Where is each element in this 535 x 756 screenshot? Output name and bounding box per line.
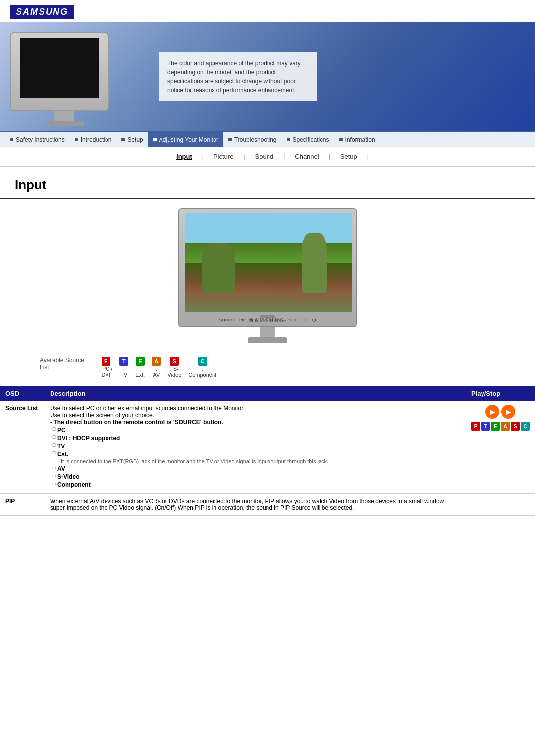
play-stop-pip xyxy=(466,494,535,516)
source-c-line1: : xyxy=(202,366,203,372)
page-title: Input xyxy=(0,167,535,199)
source-pc: ☐PC xyxy=(52,427,461,434)
sub-nav: Input | Picture | Sound | Channel | Setu… xyxy=(0,147,535,167)
monitor-outer xyxy=(10,32,109,111)
screen-garden-image xyxy=(185,213,352,312)
pteasc-t: T xyxy=(481,422,490,431)
ctrl-vol-plus[interactable]: + xyxy=(300,318,303,322)
play-btn-2[interactable]: ▶ xyxy=(501,405,515,419)
tab-dot xyxy=(339,138,343,141)
ctrl-vol-label: VOL xyxy=(289,318,297,322)
source-e-line1: : xyxy=(139,366,141,372)
source-items: ☐PC ☐DVI : HDCP supported ☐TV ☐Ext. It i… xyxy=(50,427,461,488)
tab-information[interactable]: Information xyxy=(334,132,380,147)
pteasc-e: E xyxy=(491,422,500,431)
source-icons: P : PC / DVI T : TV E : Ext. A : AV S : … xyxy=(99,357,216,378)
sub-nav-sound[interactable]: Sound xyxy=(245,153,284,160)
ctrl-input-btn[interactable]: ⊞ xyxy=(305,318,309,322)
ext-note: It is connected to the EXT(RGB) jack of … xyxy=(52,458,461,464)
pteasc-s: S xyxy=(511,422,520,431)
monitor-display-screen xyxy=(185,213,352,312)
source-t-line1: : xyxy=(123,366,125,372)
source-c-icon: C xyxy=(198,357,207,366)
source-t-line2: TV xyxy=(120,372,127,378)
source-component: ☐Component xyxy=(52,481,461,488)
monitor-display-base xyxy=(248,337,287,343)
monitor-stand xyxy=(54,111,74,121)
source-tv: ☐TV xyxy=(52,443,461,450)
monitor-body: SAMSUNG SOURCE PIP MENU ∧ CH ∨ – VOL + ⊞… xyxy=(178,208,357,327)
play-stop-source: ▶ ▶ P T E A S C xyxy=(466,401,535,494)
pteasc-a: A xyxy=(501,422,510,431)
header-description: Description xyxy=(45,386,466,401)
monitor-base xyxy=(45,121,84,126)
description-source-list: Use to select PC or other external input… xyxy=(45,401,466,494)
osd-pip: PIP xyxy=(0,494,45,516)
description-pip: When external A/V devices such as VCRs o… xyxy=(45,494,466,516)
sub-nav-setup[interactable]: Setup xyxy=(330,153,367,160)
pteasc-c: C xyxy=(521,422,530,431)
banner: The color and appearance of the product … xyxy=(0,22,535,131)
osd-source-list: Source List xyxy=(0,401,45,494)
monitor-display: SAMSUNG SOURCE PIP MENU ∧ CH ∨ – VOL + ⊞… xyxy=(178,208,357,347)
source-p-icon: P xyxy=(102,357,110,366)
desc-line3: - The direct button on the remote contro… xyxy=(50,419,461,426)
desc-line2: Use to select the screen of your choice. xyxy=(50,412,461,419)
source-s-line1: : S- xyxy=(170,366,179,372)
tab-safety[interactable]: Safety Instructions xyxy=(5,132,70,147)
banner-text: The color and appearance of the product … xyxy=(159,52,317,101)
source-svideo: ☐S-Video xyxy=(52,473,461,480)
sub-nav-picture[interactable]: Picture xyxy=(204,153,243,160)
monitor-controls-row: SOURCE PIP MENU ∧ CH ∨ – VOL + ⊞ ⏻ xyxy=(184,318,351,322)
sub-nav-channel[interactable]: Channel xyxy=(285,153,328,160)
monitor-display-area: SAMSUNG SOURCE PIP MENU ∧ CH ∨ – VOL + ⊞… xyxy=(0,208,535,347)
pteasc-icons: P T E A S C xyxy=(471,422,530,431)
ctrl-vol-minus[interactable]: – xyxy=(284,318,286,322)
tab-specifications[interactable]: Specifications xyxy=(282,132,334,147)
tab-troubleshooting[interactable]: Troubleshooting xyxy=(223,132,282,147)
source-t: T : TV xyxy=(119,357,128,378)
tab-dot xyxy=(228,138,232,141)
ctrl-power-btn[interactable]: ⏻ xyxy=(312,318,316,322)
samsung-logo: SAMSUNG xyxy=(10,5,74,19)
tab-dot xyxy=(75,138,78,141)
table-header-row: OSD Description Play/Stop xyxy=(0,386,535,401)
source-list-area: Available Source List P : PC / DVI T : T… xyxy=(0,357,535,383)
header-playstop: Play/Stop xyxy=(466,386,535,401)
banner-monitor xyxy=(10,32,119,121)
ctrl-ch-label: CH xyxy=(269,318,275,322)
source-e-line2: Ext. xyxy=(135,372,145,378)
ctrl-ch-down[interactable]: ∨ xyxy=(278,318,281,322)
tab-introduction[interactable]: Introduction xyxy=(70,132,117,147)
tab-dot xyxy=(153,138,157,141)
source-t-icon: T xyxy=(119,357,128,366)
ctrl-ch-up[interactable]: ∧ xyxy=(264,318,267,322)
monitor-display-stand xyxy=(260,327,275,337)
tab-setup[interactable]: Setup xyxy=(116,132,148,147)
source-p: P : PC / DVI xyxy=(99,357,113,378)
source-p-line2: DVI xyxy=(101,372,110,378)
play-btn-1[interactable]: ▶ xyxy=(485,405,499,419)
desc-line1: Use to select PC or other external input… xyxy=(50,405,461,412)
source-s-line2: Video xyxy=(167,372,181,378)
ctrl-menu[interactable]: MENU xyxy=(249,318,261,322)
source-list-label: Available Source List xyxy=(40,357,84,371)
play-buttons: ▶ ▶ xyxy=(471,405,530,419)
tab-adjusting[interactable]: Adjusting Your Monitor xyxy=(148,132,223,147)
source-e: E : Ext. xyxy=(135,357,145,378)
source-dvi: ☐DVI : HDCP supported xyxy=(52,435,461,442)
monitor-screen xyxy=(20,38,99,98)
source-p-line1: : PC / xyxy=(99,366,113,372)
source-e-icon: E xyxy=(136,357,145,366)
nav-tabs: Safety Instructions Introduction Setup A… xyxy=(0,131,535,147)
source-a-icon: A xyxy=(152,357,160,366)
pteasc-p: P xyxy=(471,422,480,431)
source-ext: ☐Ext. xyxy=(52,451,461,457)
header-osd: OSD xyxy=(0,386,45,401)
tab-dot xyxy=(10,138,13,141)
source-a-line2: AV xyxy=(153,372,160,378)
sub-nav-input[interactable]: Input xyxy=(166,153,202,160)
ctrl-pip[interactable]: PIP xyxy=(239,318,246,322)
ctrl-source[interactable]: SOURCE xyxy=(219,318,236,322)
source-c: C : Component xyxy=(188,357,216,378)
